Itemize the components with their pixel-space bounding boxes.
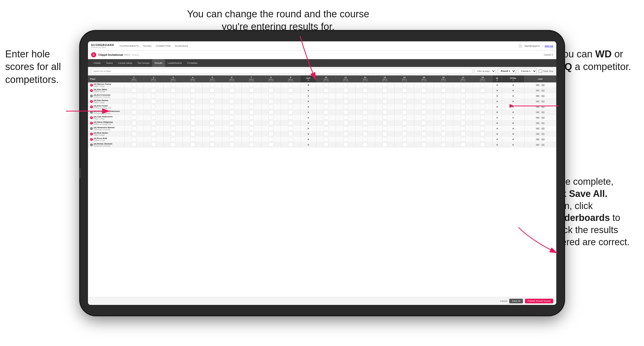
hole-18-score[interactable]	[473, 120, 492, 126]
hole-18-score[interactable]	[473, 104, 492, 110]
dq-button[interactable]: DQ	[541, 100, 545, 103]
hole-15-score[interactable]	[414, 120, 434, 126]
score-input-6[interactable]	[230, 99, 234, 103]
cancel-tournament-button[interactable]: Cancel X	[544, 53, 553, 56]
hole-13-score[interactable]	[375, 142, 395, 148]
hole-17-score[interactable]	[453, 115, 473, 120]
hole-15-score[interactable]	[414, 88, 434, 93]
hole-13-score[interactable]	[375, 93, 395, 99]
hole-5-score[interactable]	[203, 115, 222, 120]
hole-13-score[interactable]	[375, 137, 395, 142]
score-input-3[interactable]	[171, 126, 175, 130]
hole-15-score[interactable]	[414, 99, 434, 104]
score-input-14[interactable]	[402, 105, 407, 109]
hole-7-score[interactable]	[242, 120, 261, 126]
hole-13-score[interactable]	[375, 99, 395, 104]
score-input-12[interactable]	[363, 83, 367, 87]
hole-8-score[interactable]	[261, 88, 281, 93]
hole-12-score[interactable]	[356, 99, 375, 104]
hole-9-score[interactable]	[281, 110, 300, 115]
score-input-1[interactable]	[132, 116, 136, 120]
score-input-5[interactable]	[210, 143, 214, 147]
score-input-5[interactable]	[210, 99, 214, 103]
score-input-3[interactable]	[171, 132, 175, 136]
hole-3-score[interactable]	[163, 131, 183, 137]
score-input-10[interactable]	[324, 132, 328, 136]
score-input-11[interactable]	[343, 83, 348, 87]
score-input-10[interactable]	[324, 88, 328, 93]
score-input-8[interactable]	[269, 126, 273, 130]
score-input-6[interactable]	[230, 121, 234, 125]
score-input-11[interactable]	[343, 94, 348, 98]
hole-15-score[interactable]	[414, 126, 434, 131]
score-input-17[interactable]	[461, 88, 465, 93]
score-input-4[interactable]	[190, 121, 195, 125]
score-input-11[interactable]	[343, 143, 348, 147]
score-input-16[interactable]	[441, 143, 446, 147]
score-input-2[interactable]	[151, 110, 156, 114]
hole-14-score[interactable]	[395, 115, 414, 120]
hole-10-score[interactable]	[316, 93, 336, 99]
hole-11-score[interactable]	[336, 88, 356, 93]
score-input-10[interactable]	[324, 83, 328, 87]
hole-1-score[interactable]	[124, 110, 144, 115]
hole-16-score[interactable]	[434, 120, 453, 126]
score-input-8[interactable]	[269, 88, 273, 93]
tab-details[interactable]: Details	[91, 59, 103, 67]
score-input-12[interactable]	[363, 137, 367, 141]
hole-7-score[interactable]	[242, 99, 261, 104]
score-input-18[interactable]	[480, 110, 485, 114]
hole-10-score[interactable]	[316, 99, 336, 104]
score-input-7[interactable]	[249, 94, 254, 98]
score-input-9[interactable]	[288, 137, 293, 141]
score-input-11[interactable]	[343, 88, 348, 93]
score-input-6[interactable]	[230, 137, 234, 141]
score-input-5[interactable]	[210, 83, 214, 87]
score-input-3[interactable]	[171, 143, 175, 147]
score-input-11[interactable]	[343, 116, 348, 120]
hole-7-score[interactable]	[242, 115, 261, 120]
hole-10-score[interactable]	[316, 126, 336, 131]
hole-13-score[interactable]	[375, 88, 395, 93]
hole-3-score[interactable]	[163, 110, 183, 115]
hole-8-score[interactable]	[261, 82, 281, 88]
hole-4-score[interactable]	[183, 137, 203, 142]
hole-9-score[interactable]	[281, 99, 300, 104]
hole-17-score[interactable]	[453, 99, 473, 104]
score-input-1[interactable]	[132, 126, 136, 130]
hole-18-score[interactable]	[473, 110, 492, 115]
hole-18-score[interactable]	[473, 115, 492, 120]
tab-results[interactable]: Results	[152, 59, 165, 67]
tab-printables[interactable]: Printables	[184, 59, 200, 67]
hole-1-score[interactable]	[124, 142, 144, 148]
score-input-2[interactable]	[151, 137, 156, 141]
score-input-3[interactable]	[171, 94, 175, 98]
hole-17-score[interactable]	[453, 82, 473, 88]
score-input-1[interactable]	[132, 132, 136, 136]
score-input-15[interactable]	[421, 143, 426, 147]
hole-15-score[interactable]	[414, 82, 434, 88]
score-input-9[interactable]	[288, 105, 293, 109]
score-input-3[interactable]	[171, 121, 175, 125]
hole-11-score[interactable]	[336, 126, 356, 131]
cancel-button[interactable]: Cancel	[500, 300, 507, 302]
hole-2-score[interactable]	[144, 93, 164, 99]
score-input-13[interactable]	[382, 88, 387, 93]
wd-button[interactable]: WD	[536, 95, 540, 97]
hole-15-score[interactable]	[414, 104, 434, 110]
score-input-15[interactable]	[421, 83, 426, 87]
sign-out-link[interactable]: Sign out	[545, 45, 553, 47]
hole-1-score[interactable]	[124, 93, 144, 99]
hole-17-score[interactable]	[453, 126, 473, 131]
score-input-15[interactable]	[421, 132, 426, 136]
score-input-1[interactable]	[132, 143, 136, 147]
hole-2-score[interactable]	[144, 88, 164, 93]
hole-1-score[interactable]	[124, 82, 144, 88]
hole-16-score[interactable]	[434, 82, 453, 88]
hole-17-score[interactable]	[453, 104, 473, 110]
score-input-15[interactable]	[421, 116, 426, 120]
score-input-13[interactable]	[382, 110, 387, 114]
hole-3-score[interactable]	[163, 104, 183, 110]
score-input-2[interactable]	[151, 116, 156, 120]
dq-button[interactable]: DQ	[541, 84, 545, 86]
